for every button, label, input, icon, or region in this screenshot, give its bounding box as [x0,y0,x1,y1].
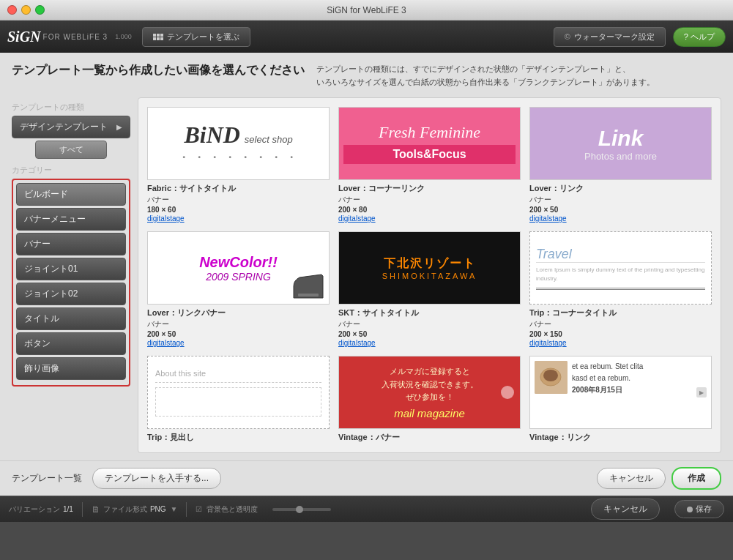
design-template-button[interactable]: デザインテンプレート ▶ [12,116,130,138]
window-controls[interactable] [7,5,45,15]
template-thumbnail-2[interactable]: Fresh Feminine Tools&Focus [338,107,521,180]
template-grid: BiND select shop ・・・・・・・・ Fabric：サイトタイトル… [138,98,721,452]
template-cell-8: メルマガに登録すると入荷状況を確認できます。ぜひ参加を！ mail magazi… [334,351,525,448]
close-button[interactable] [7,5,17,15]
save-button[interactable]: 保存 [674,500,724,518]
grid-icon [153,34,163,40]
format-value: PNG [150,505,166,513]
cancel-button[interactable]: キャンセル [597,468,666,489]
format-dropdown-icon[interactable]: ▼ [171,505,178,513]
category-banner-menu-label: バナーメニュー [24,214,86,224]
template-cell-1: BiND select shop ・・・・・・・・ Fabric：サイトタイトル… [143,102,334,227]
category-banner-label: バナー [24,239,51,249]
svg-rect-0 [298,294,319,296]
template-area: BiND select shop ・・・・・・・・ Fabric：サイトタイトル… [138,97,721,453]
desc-line1: テンプレートの種類には、すでにデザインされた状態の「デザインテンプレート」と、 [316,64,630,73]
fresh-sub: Tools&Focus [343,145,516,164]
variation-value: 1/1 [63,505,73,513]
create-button[interactable]: 作成 [671,467,721,490]
get-template-button[interactable]: テンプレートを入手する... [92,468,221,489]
page-header: テンプレート一覧から作成したい画像を選んでください テンプレートの種類には、すで… [12,63,721,89]
template-type-2: バナー [338,195,521,205]
template-name-1: Fabric：サイトタイトル [147,183,330,194]
bind-shop: select shop [245,134,293,145]
help-button[interactable]: ? ヘルプ [673,27,726,47]
template-author-1[interactable]: digitalstage [147,214,330,223]
iron-illustration [292,273,324,299]
minimize-button[interactable] [21,5,31,15]
category-joint02[interactable]: ジョイント02 [16,283,126,305]
template-author-4[interactable]: digitalstage [147,339,330,347]
category-button-label: ボタン [24,338,51,348]
template-author-3[interactable]: digitalstage [529,214,712,223]
maximize-button[interactable] [35,5,45,15]
footer-list-label: テンプレート一覧 [12,472,82,485]
shimokita-text2: SHIMOKITAZAWA [382,272,477,280]
format-label: ファイル形式 [103,504,147,515]
category-deco[interactable]: 飾り画像 [16,357,126,380]
watermark-label: ウォーターマーク設定 [574,31,655,42]
template-thumbnail-6[interactable]: Travel Lorem Ipsum is simply dummy text … [529,231,712,305]
template-type-5: バナー [338,319,521,329]
template-cell-4: NewColor!! 2009 SPRING Lover：リンクバナー バナー … [143,227,334,351]
background-item: ☑ 背景色と透明度 [196,504,258,515]
category-section: ビルボード バナーメニュー バナー ジョイント01 ジョイント02 タイトル [12,179,130,387]
svg-point-3 [543,370,558,381]
status-bar: バリエーション 1/1 🗎 ファイル形式 PNG ▼ ☑ 背景色と透明度 キャン… [0,496,733,522]
link-text: Link [598,126,644,151]
template-cell-7: About this site Trip：見出し [143,351,334,448]
divider-1 [82,502,83,517]
watermark-button[interactable]: © ウォーターマーク設定 [554,27,666,47]
category-joint01[interactable]: ジョイント01 [16,258,126,280]
arrow-right-icon: ▶ [116,123,122,131]
shimokita-text1: 下北沢リゾート [384,256,476,272]
opacity-slider[interactable] [272,508,331,511]
category-title-label: タイトル [24,313,59,324]
category-banner-menu[interactable]: バナーメニュー [16,208,126,231]
template-type-6: バナー [529,319,712,329]
template-name-4: Lover：リンクバナー [147,307,330,318]
template-author-5[interactable]: digitalstage [338,339,521,347]
template-author-6[interactable]: digitalstage [529,339,712,347]
background-checkbox-icon[interactable]: ☑ [196,505,202,513]
template-thumbnail-3[interactable]: Link Photos and more [529,107,712,180]
template-type-4: バナー [147,319,330,329]
mail-text2: mail magazine [394,407,465,419]
template-thumbnail-7[interactable]: About this site [147,356,330,429]
template-name-2: Lover：コーナーリンク [338,183,521,194]
template-type-3: バナー [529,195,712,205]
category-joint02-label: ジョイント02 [24,288,78,299]
template-thumbnail-1[interactable]: BiND select shop ・・・・・・・・ [147,107,330,180]
category-billboard[interactable]: ビルボード [16,183,126,206]
page-title: テンプレート一覧から作成したい画像を選んでください [12,63,305,78]
format-item: 🗎 ファイル形式 PNG ▼ [92,504,178,515]
divider-2 [186,502,187,517]
save-label: 保存 [696,504,712,515]
opacity-slider-thumb[interactable] [296,506,303,513]
category-title[interactable]: タイトル [16,307,126,330]
category-banner[interactable]: バナー [16,233,126,255]
template-name-6: Trip：コーナータイトル [529,307,712,318]
template-name-3: Lover：リンク [529,183,712,194]
variation-item: バリエーション 1/1 [9,504,73,515]
template-thumbnail-4[interactable]: NewColor!! 2009 SPRING [147,231,330,305]
bind-dots: ・・・・・・・・ [177,149,300,166]
version-text: 1.000 [115,33,132,40]
title-bar: SiGN for WebLiFE 3 [0,0,733,20]
category-joint01-label: ジョイント01 [24,264,78,274]
logo-area: SiGN FOR WEBLiFE 3 [7,29,108,45]
footer-toolbar: テンプレート一覧 テンプレートを入手する... キャンセル 作成 [0,460,733,496]
template-thumbnail-8[interactable]: メルマガに登録すると入荷状況を確認できます。ぜひ参加を！ mail magazi… [338,356,521,429]
template-size-6: 200 × 150 [529,330,712,338]
help-label: ヘルプ [691,32,715,41]
bind-logo: BiND [184,122,239,149]
app-header: SiGN FOR WEBLiFE 3 1.000 テンプレートを選ぶ © ウォー… [0,20,733,53]
category-button[interactable]: ボタン [16,332,126,355]
template-select-button[interactable]: テンプレートを選ぶ [142,27,250,47]
template-thumbnail-9[interactable]: et ea rebum. Stet clitakasd et ea rebum.… [529,356,712,429]
all-button[interactable]: すべて [35,141,106,159]
template-author-2[interactable]: digitalstage [338,214,521,223]
template-thumbnail-5[interactable]: 下北沢リゾート SHIMOKITAZAWA [338,231,521,305]
mail-text1: メルマガに登録すると入荷状況を確認できます。ぜひ参加を！ [382,365,478,404]
statusbar-cancel-button[interactable]: キャンセル [591,499,660,520]
